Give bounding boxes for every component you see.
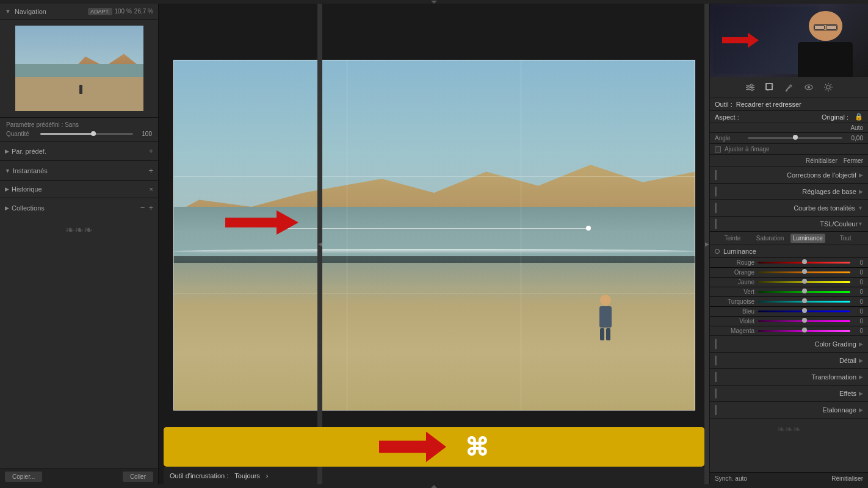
outil-value: Recadrer et redresser xyxy=(736,101,801,108)
reglages-base-row[interactable]: Réglages de base ▶ xyxy=(710,184,868,200)
bleu-slider[interactable] xyxy=(758,310,850,312)
outil-incrustation-label: Outil d'incrustation : xyxy=(170,472,228,479)
instantanes-add-icon[interactable]: + xyxy=(148,166,153,175)
luminance-dot xyxy=(715,249,720,254)
transformation-row[interactable]: Transformation ▶ xyxy=(710,369,868,386)
color-row-jaune: Jaune 0 xyxy=(710,278,868,287)
svg-rect-6 xyxy=(766,84,772,90)
left-panel-toggle[interactable]: ◀ xyxy=(317,4,322,484)
aspect-value: Original : xyxy=(743,113,848,121)
tsl-bar xyxy=(715,219,717,229)
ajuster-row: Ajuster à l'image xyxy=(710,144,868,155)
color-name-orange: Orange xyxy=(715,269,754,276)
jaune-slider[interactable] xyxy=(758,281,850,283)
courbe-tonalites-title: Courbe des tonalités xyxy=(720,204,855,212)
color-name-bleu: Bleu xyxy=(715,308,754,315)
turquoise-value: 0 xyxy=(854,298,863,305)
outil-incrustation-value: Toujours xyxy=(234,472,260,479)
photo-bg xyxy=(173,60,695,411)
detail-row[interactable]: Détail ▶ xyxy=(710,353,868,369)
eye-tool-icon[interactable] xyxy=(802,81,816,94)
ajuster-label: Ajuster à l'image xyxy=(725,146,770,152)
courbe-tonalites-row[interactable]: Courbe des tonalités ▼ xyxy=(710,200,868,217)
color-row-rouge: Rouge 0 xyxy=(710,258,868,268)
ajuster-checkbox[interactable] xyxy=(715,146,721,152)
par-predef-header[interactable]: ▶ Par. prédef. + xyxy=(5,144,153,158)
vert-slider[interactable] xyxy=(758,291,850,293)
historique-header[interactable]: ▶ Historique × xyxy=(5,183,153,195)
wave-layer-1 xyxy=(173,249,695,254)
collections-header[interactable]: ▶ Collections − + xyxy=(5,201,153,215)
child-body xyxy=(599,306,612,328)
corrections-objectif-row[interactable]: Corrections de l'objectif ▶ xyxy=(710,167,868,184)
corrections-objectif-title: Corrections de l'objectif xyxy=(720,171,856,179)
tab-teinte[interactable]: Teinte xyxy=(715,234,750,243)
tab-tout[interactable]: Tout xyxy=(828,234,863,243)
tab-saturation[interactable]: Saturation xyxy=(753,234,788,243)
color-name-vert: Vert xyxy=(715,289,754,295)
right-panel-toggle[interactable]: ▶ xyxy=(704,4,709,484)
thumbnail-box[interactable] xyxy=(15,26,143,111)
angle-slider[interactable] xyxy=(748,137,842,139)
banner-content: ⌘ xyxy=(379,432,489,462)
lock-icon[interactable]: 🔒 xyxy=(855,113,863,121)
rouge-value: 0 xyxy=(854,259,863,266)
cmd-symbol: ⌘ xyxy=(465,433,489,461)
webcam-area xyxy=(710,4,868,77)
par-predef-add-icon[interactable]: + xyxy=(148,146,153,156)
rouge-slider[interactable] xyxy=(758,262,850,264)
orange-slider[interactable] xyxy=(758,271,850,273)
preset-section: Paramètre prédéfini : Sans Quantité 100 xyxy=(0,117,158,141)
historique-close-icon[interactable]: × xyxy=(150,185,153,193)
turquoise-slider[interactable] xyxy=(758,301,850,303)
instantanes-section: ▼ Instantanés + xyxy=(0,160,158,180)
aspect-label: Aspect : xyxy=(715,113,739,121)
collections-icon-decoration: ❧❧❧ xyxy=(0,217,158,243)
tab-luminance[interactable]: Luminance xyxy=(790,234,826,243)
color-row-vert: Vert 0 xyxy=(710,287,868,297)
par-predef-title: Par. prédef. xyxy=(12,148,46,155)
effets-chevron: ▶ xyxy=(859,390,863,396)
violet-value: 0 xyxy=(854,318,863,325)
color-grading-row[interactable]: Color Grading ▶ xyxy=(710,336,868,353)
brush-tool-icon[interactable] xyxy=(783,81,796,94)
synch-auto-button[interactable]: Synch. auto xyxy=(715,475,747,482)
detail-title: Détail xyxy=(720,357,856,364)
violet-slider[interactable] xyxy=(758,320,850,322)
effets-row[interactable]: Effets ▶ xyxy=(710,386,868,402)
collections-minus-icon[interactable]: − xyxy=(140,203,145,212)
etalonnage-row[interactable]: Etalonnage ▶ xyxy=(710,402,868,418)
tsl-tabs: Teinte Saturation Luminance Tout xyxy=(710,232,868,245)
magenta-slider[interactable] xyxy=(758,330,850,332)
settings-tool-icon[interactable] xyxy=(822,81,835,94)
color-name-rouge: Rouge xyxy=(715,259,754,266)
copy-button[interactable]: Copier... xyxy=(5,472,42,482)
instantanes-header[interactable]: ▼ Instantanés + xyxy=(5,163,153,178)
transformation-chevron: ▶ xyxy=(859,374,863,380)
etalonnage-chevron: ▶ xyxy=(859,407,863,413)
svg-point-3 xyxy=(750,84,753,87)
tsl-header[interactable]: TSL/Couleur ▼ xyxy=(710,217,868,232)
sliders-tool-icon[interactable] xyxy=(743,81,757,94)
effets-title: Effets xyxy=(720,390,856,397)
crop-tool-icon[interactable] xyxy=(763,81,776,94)
tsl-title: TSL/Couleur xyxy=(720,220,858,228)
paste-button[interactable]: Coller xyxy=(123,472,153,482)
auto-button[interactable]: Auto xyxy=(850,124,863,131)
color-grading-chevron: ▶ xyxy=(859,341,863,347)
collections-plus-icon[interactable]: + xyxy=(148,203,153,212)
courbe-tonalites-chevron: ▼ xyxy=(858,205,863,211)
jaune-value: 0 xyxy=(854,279,863,285)
reinitialiser-right-button[interactable]: Réinitialiser xyxy=(831,475,863,482)
right-panel: Outil : Recadrer et redresser Aspect : O… xyxy=(709,4,868,484)
historique-title: Historique xyxy=(12,185,42,193)
reinitialiser-button[interactable]: Réinitialiser xyxy=(806,157,837,164)
instantanes-title: Instantanés xyxy=(13,167,48,174)
color-name-jaune: Jaune xyxy=(715,279,754,285)
quantity-slider[interactable] xyxy=(40,133,133,135)
svg-point-5 xyxy=(751,88,753,91)
reglages-base-bar xyxy=(715,187,717,196)
historique-triangle: ▶ xyxy=(5,186,9,192)
fermer-button[interactable]: Fermer xyxy=(844,157,863,164)
color-row-bleu: Bleu 0 xyxy=(710,307,868,317)
